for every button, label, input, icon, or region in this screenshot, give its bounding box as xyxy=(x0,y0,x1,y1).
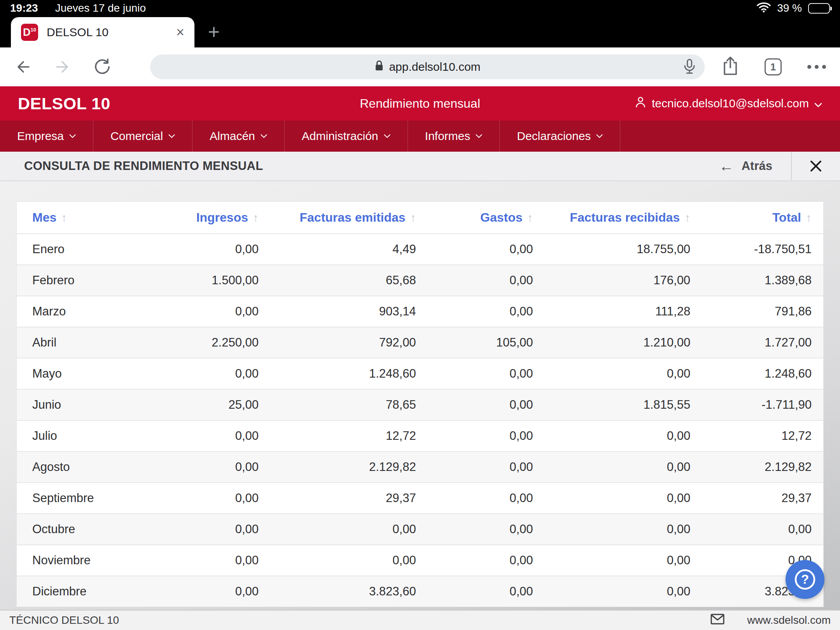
table-row-julio[interactable]: Julio0,0012,720,000,0012,72 xyxy=(17,420,824,452)
value-cell: 0,00 xyxy=(259,514,416,545)
value-cell: 1.727,00 xyxy=(690,327,823,358)
mail-icon[interactable] xyxy=(710,614,724,627)
month-cell: Agosto xyxy=(17,452,138,483)
value-cell: 3.823,60 xyxy=(259,576,416,607)
tab-close-icon[interactable]: × xyxy=(176,25,184,39)
sort-asc-icon[interactable]: ↑ xyxy=(410,211,416,224)
url-text: app.delsol10.com xyxy=(389,60,480,74)
table-row-septiembre[interactable]: Septiembre0,0029,370,000,0029,37 xyxy=(17,483,824,514)
tab-switcher-button[interactable]: 1 xyxy=(765,58,782,75)
value-cell: 0,00 xyxy=(416,265,533,296)
value-cell: 12,72 xyxy=(690,420,823,452)
sort-asc-icon[interactable]: ↑ xyxy=(253,211,259,224)
status-bar: 19:23 Jueves 17 de junio 39 % xyxy=(0,0,840,16)
sort-asc-icon[interactable]: ↑ xyxy=(61,211,67,224)
screen: 19:23 Jueves 17 de junio 39 % D10 DELSOL… xyxy=(0,0,840,630)
nav-item-almacen[interactable]: Almacén xyxy=(192,121,285,152)
new-tab-button[interactable]: + xyxy=(194,16,233,47)
value-cell: 0,00 xyxy=(416,452,533,483)
footer-website[interactable]: www.sdelsol.com xyxy=(747,614,831,626)
table-row-junio[interactable]: Junio25,0078,650,001.815,55-1.711,90 xyxy=(17,389,824,420)
table-row-noviembre[interactable]: Noviembre0,000,000,000,000,00 xyxy=(17,545,824,576)
value-cell: 0,00 xyxy=(533,358,691,389)
tab-strip: D10 DELSOL 10 × + xyxy=(0,16,840,47)
table-row-abril[interactable]: Abril2.250,00792,00105,001.210,001.727,0… xyxy=(17,327,824,358)
status-right: 39 % xyxy=(757,2,830,15)
table-row-marzo[interactable]: Marzo0,00903,140,00111,28791,86 xyxy=(17,296,824,327)
nav-item-declaraciones[interactable]: Declaraciones xyxy=(500,121,620,152)
month-cell: Octubre xyxy=(17,514,138,545)
table-row-febrero[interactable]: Febrero1.500,0065,680,00176,001.389,68 xyxy=(17,265,824,296)
nav-item-administracion[interactable]: Administración xyxy=(285,121,408,152)
svg-text:?: ? xyxy=(801,572,809,586)
battery-percent: 39 % xyxy=(777,2,802,14)
back-button[interactable]: ← Atrás xyxy=(700,152,791,180)
account-menu[interactable]: tecnico.delsol10@sdelsol.com xyxy=(635,96,822,111)
value-cell: -18.750,51 xyxy=(690,234,823,265)
sort-asc-icon[interactable]: ↑ xyxy=(527,211,533,224)
user-icon xyxy=(635,96,646,111)
forward-icon[interactable] xyxy=(54,58,72,75)
value-cell: 25,00 xyxy=(138,389,259,420)
column-header-facturas-emitidas[interactable]: Facturas emitidas↑ xyxy=(259,202,416,234)
share-icon[interactable] xyxy=(722,56,739,78)
lock-icon xyxy=(374,60,384,75)
nav-item-empresa[interactable]: Empresa xyxy=(0,121,93,152)
value-cell: 0,00 xyxy=(416,234,533,265)
app-logo: DELSOL 10 xyxy=(18,94,110,113)
close-button[interactable] xyxy=(792,152,840,180)
account-email: tecnico.delsol10@sdelsol.com xyxy=(652,97,809,110)
value-cell: 0,00 xyxy=(259,545,416,576)
back-icon[interactable] xyxy=(14,58,32,75)
value-cell: 0,00 xyxy=(416,545,533,576)
column-header-ingresos[interactable]: Ingresos↑ xyxy=(138,202,259,234)
overflow-menu-icon[interactable] xyxy=(807,65,826,69)
value-cell: 792,00 xyxy=(259,327,416,358)
app-header: DELSOL 10 Rendimiento mensual tecnico.de… xyxy=(0,86,840,121)
back-label: Atrás xyxy=(742,159,772,173)
value-cell: 0,00 xyxy=(533,576,691,607)
nav-item-comercial[interactable]: Comercial xyxy=(93,121,192,152)
table-row-mayo[interactable]: Mayo0,001.248,600,000,001.248,60 xyxy=(17,358,824,389)
sort-asc-icon[interactable]: ↑ xyxy=(806,211,812,224)
table-row-agosto[interactable]: Agosto0,002.129,820,000,002.129,82 xyxy=(17,452,824,483)
value-cell: 0,00 xyxy=(416,576,533,607)
help-button[interactable]: ? xyxy=(786,560,824,599)
month-cell: Febrero xyxy=(17,265,138,296)
column-header-mes[interactable]: Mes↑ xyxy=(17,202,138,234)
value-cell: 0,00 xyxy=(138,358,259,389)
column-header-total[interactable]: Total↑ xyxy=(690,202,823,234)
value-cell: 2.129,82 xyxy=(690,452,823,483)
value-cell: 0,00 xyxy=(416,358,533,389)
browser-tab[interactable]: D10 DELSOL 10 × xyxy=(11,17,194,47)
value-cell: 0,00 xyxy=(138,545,259,576)
value-cell: 1.248,60 xyxy=(690,358,823,389)
table-body: Enero0,004,490,0018.755,00-18.750,51Febr… xyxy=(17,234,824,607)
footer-right: www.sdelsol.com xyxy=(710,614,831,627)
month-cell: Abril xyxy=(17,327,138,358)
value-cell: 903,14 xyxy=(259,296,416,327)
wifi-icon xyxy=(757,2,771,15)
value-cell: 29,37 xyxy=(690,483,823,514)
chevron-down-icon xyxy=(814,97,822,110)
table-row-octubre[interactable]: Octubre0,000,000,000,000,00 xyxy=(17,514,824,545)
value-cell: 1.210,00 xyxy=(533,327,691,358)
close-icon xyxy=(809,159,822,173)
value-cell: 0,00 xyxy=(138,420,259,452)
month-cell: Mayo xyxy=(17,358,138,389)
nav-item-informes[interactable]: Informes xyxy=(408,121,500,152)
value-cell: 0,00 xyxy=(416,389,533,420)
table-row-diciembre[interactable]: Diciembre0,003.823,600,000,003.823,60 xyxy=(17,576,824,607)
month-cell: Septiembre xyxy=(17,483,138,514)
column-header-gastos[interactable]: Gastos↑ xyxy=(416,202,533,234)
status-left: 19:23 Jueves 17 de junio xyxy=(10,2,146,14)
column-header-facturas-recibidas[interactable]: Facturas recibidas↑ xyxy=(533,202,691,234)
performance-table: Mes↑ Ingresos↑ Facturas emitidas↑ Gastos… xyxy=(16,201,824,607)
value-cell: 1.248,60 xyxy=(259,358,416,389)
value-cell: 0,00 xyxy=(416,514,533,545)
mic-icon[interactable] xyxy=(683,58,696,78)
reload-icon[interactable] xyxy=(93,58,111,76)
omnibox[interactable]: app.delsol10.com xyxy=(150,54,705,79)
table-row-enero[interactable]: Enero0,004,490,0018.755,00-18.750,51 xyxy=(17,234,824,265)
sort-asc-icon[interactable]: ↑ xyxy=(684,211,690,224)
